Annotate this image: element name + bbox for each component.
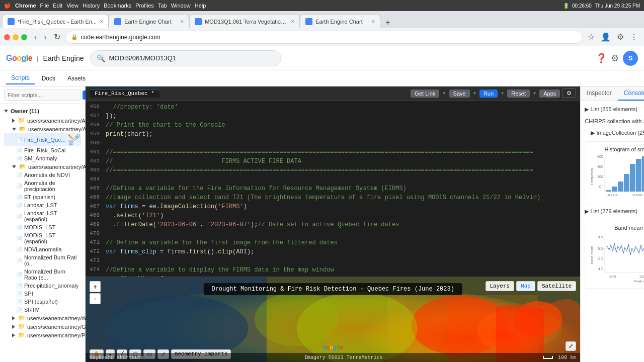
sidebar-item-precip[interactable]: 📄 Anomalía de precipitación — [4, 179, 81, 193]
console-item-chirps: CHIRPS collection with SPI-2: — [585, 118, 644, 125]
close-window-button[interactable] — [4, 34, 10, 40]
sidebar-item-srtm[interactable]: 📄 SRTM — [4, 306, 81, 314]
editor-settings-button[interactable]: ⚙ — [562, 88, 576, 98]
histogram-chart: Histogram of sm_surface_anomaly ⤢ 600 40… — [585, 141, 644, 205]
scale-label: 100 km — [558, 355, 576, 360]
settings-icon[interactable]: ⚙ — [611, 53, 619, 64]
tab-close-3[interactable]: × — [291, 18, 294, 25]
sidebar-item-landsat-lst-esp[interactable]: 📄 Landsat_LST (español) — [4, 209, 81, 223]
help-icon[interactable]: ❓ — [596, 53, 607, 64]
view-menu[interactable]: View — [66, 3, 78, 9]
scripts-tab[interactable]: Scripts — [6, 72, 35, 84]
sidebar-item-fire-risk-socal[interactable]: 📄 Fire_Risk_SoCal — [4, 146, 81, 154]
filter-scripts-input[interactable] — [4, 89, 80, 101]
sidebar-item-prec[interactable]: 📄 Precipitation_anomaly — [4, 282, 81, 290]
tab-mod13q1[interactable]: MOD13Q1.061 Terra Vegetation... × — [189, 14, 300, 28]
line-num-468: 468 — [86, 211, 104, 220]
bookmark-icon[interactable]: ☆ — [586, 30, 597, 44]
help-menu[interactable]: Help — [195, 3, 206, 9]
history-menu[interactable]: History — [83, 3, 100, 9]
sidebar-item-modis-lst-esp[interactable]: 📄 MODIS_LST (español) — [4, 231, 81, 245]
sidebar-srtm-label: SRTM — [24, 307, 40, 313]
sidebar-item-def[interactable]: 📁 users/seanemcartney/def... — [4, 314, 81, 322]
sidebar-item-spi[interactable]: 📄 SPI — [4, 290, 81, 298]
apple-icon[interactable]: 🍎 — [4, 3, 11, 9]
sidebar-owner-title[interactable]: Owner (11) — [4, 106, 81, 116]
console-tab[interactable]: Console — [618, 86, 644, 101]
tab-chart1[interactable]: Earth Engine Chart × — [109, 14, 189, 28]
apps-button[interactable]: Apps — [539, 89, 560, 98]
get-link-button[interactable]: Get Link — [411, 89, 439, 98]
sidebar-item-spi-esp[interactable]: 📄 SPI (español) — [4, 298, 81, 306]
sidebar-item-ndvi[interactable]: 📄 Anomalía de NDVI — [4, 171, 81, 179]
assets-tab[interactable]: Assets — [62, 73, 91, 84]
tab-chart2[interactable]: Earth Engine Chart × — [300, 14, 380, 28]
sidebar-item-arg1[interactable]: 📁 users/seanemcartney/Arg... — [4, 116, 81, 125]
window-menu[interactable]: Window — [171, 3, 191, 9]
new-tab-button[interactable]: + — [382, 17, 393, 28]
save-dropdown[interactable]: ▾ — [472, 89, 477, 97]
bookmarks-menu[interactable]: Bookmarks — [104, 3, 131, 9]
sidebar-item-landsat-lst[interactable]: 📄 Landsat_LST — [4, 201, 81, 209]
sidebar-item-modis-lst[interactable]: 📄 MODIS_LST — [4, 223, 81, 231]
file-menu[interactable]: File — [40, 3, 49, 9]
sidebar-item-ar2[interactable]: 📂 users/seanemcartney/AR... — [4, 162, 81, 171]
sidebar-item-et[interactable]: 📄 ET (spanish) — [4, 193, 81, 201]
search-bar[interactable]: 🔍 MODIS/061/MOD13Q1 — [90, 50, 281, 66]
docs-tab[interactable]: Docs — [37, 73, 60, 84]
chrome-menu[interactable]: Chrome — [15, 3, 36, 9]
minimize-window-button[interactable] — [13, 34, 19, 40]
zoom-in-button[interactable]: + — [90, 281, 101, 292]
tab-close-4[interactable]: × — [371, 18, 375, 25]
run-dropdown[interactable]: ▾ — [500, 89, 505, 97]
user-avatar[interactable]: S — [623, 51, 638, 66]
extensions-icon[interactable]: ⚙ — [615, 30, 626, 44]
console-item-list255: ▶ List (255 elements) JSON — [585, 105, 644, 114]
zoom-out-button[interactable]: - — [90, 293, 101, 304]
reload-button[interactable]: ↻ — [52, 30, 62, 44]
folder-icon-def — [12, 316, 15, 320]
forward-button[interactable]: › — [42, 31, 48, 44]
inspector-tab[interactable]: Inspector — [581, 86, 617, 101]
sidebar-item-ndvl[interactable]: 📄 NDVLanomalía — [4, 245, 81, 253]
get-link-dropdown[interactable]: ▾ — [441, 89, 447, 97]
svg-text:-1.0: -1.0 — [597, 267, 603, 270]
tab-fire-risk[interactable]: *Fire_Risk_Quebec - Earth En... × — [2, 14, 109, 28]
tab-close-2[interactable]: × — [180, 18, 184, 25]
sidebar: NEW ↻ Owner (11) 📁 users/seanemcartney/A… — [0, 86, 86, 362]
mac-toolbar: 🍎 Chrome File Edit View History Bookmark… — [0, 0, 644, 11]
reset-dropdown[interactable]: ▾ — [532, 89, 537, 97]
app-container: Google | Earth Engine 🔍 MODIS/061/MOD13Q… — [0, 46, 644, 362]
tab-close-1[interactable]: × — [100, 18, 103, 25]
sidebar-item-fire-risk-que[interactable]: 📄 Fire_Risk_Que... ✏️🔗🗑️ — [4, 133, 81, 146]
code-line-472: 472 var firms_clip = firms.first().clip(… — [86, 247, 580, 256]
back-button[interactable]: ‹ — [32, 31, 39, 44]
save-button[interactable]: Save — [449, 89, 470, 98]
tab-favicon-1 — [8, 18, 15, 25]
reset-button[interactable]: Reset — [507, 89, 530, 98]
keyboard-shortcuts-link[interactable]: Keyboard shortcuts — [90, 355, 144, 360]
sidebar-item-sm-anomaly[interactable]: 📄 SM_Anomaly — [4, 154, 81, 162]
sidebar-item-per[interactable]: 📁 users/seanemcartney/Per — [4, 331, 81, 339]
url-bar[interactable]: 🔒 code.earthengine.google.com — [65, 31, 583, 44]
tab-menu[interactable]: Tab — [158, 3, 167, 9]
maximize-window-button[interactable] — [21, 34, 27, 40]
editor-active-tab[interactable]: Fire_Risk_Quebec * — [90, 89, 159, 98]
map-fullscreen-icon[interactable]: ⤢ — [566, 341, 576, 351]
expand-map-button[interactable]: ⤢ — [566, 341, 576, 351]
menu-icon[interactable]: ⋮ — [628, 30, 640, 44]
account-icon[interactable]: 👤 — [599, 30, 613, 44]
profiles-menu[interactable]: Profiles — [135, 3, 154, 9]
code-text-465: //Define a variable for the Fire Informa… — [104, 184, 580, 193]
run-button[interactable]: Run — [479, 89, 498, 98]
sidebar-item-ge[interactable]: 📁 users/seanemcartney/GE... — [4, 322, 81, 331]
right-panel-content: ▶ List (255 elements) JSON CHIRPS collec… — [581, 101, 644, 362]
code-text-462: // FIRMS ACTIVE FIRE DATA — [104, 157, 580, 166]
sidebar-item-nbr2[interactable]: 📄 Normalized Burn Ratio (e... — [4, 267, 81, 282]
sidebar-item-ar1[interactable]: 📂 users/seanemcartney/AR... — [4, 125, 81, 133]
sidebar-item-nbr1[interactable]: 📄 Normalized Burn Rati (o... — [4, 253, 81, 267]
edit-menu[interactable]: Edit — [53, 3, 62, 9]
layers-button[interactable]: Layers — [486, 281, 515, 291]
satellite-view-button[interactable]: Satellite — [537, 281, 576, 291]
map-view-button[interactable]: Map — [516, 281, 535, 291]
